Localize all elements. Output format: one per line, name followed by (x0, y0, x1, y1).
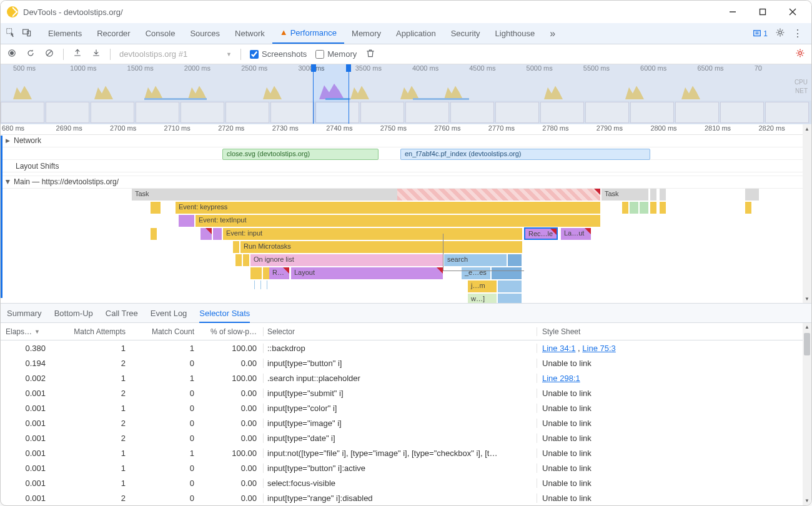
panel-tab-memory[interactable]: Memory (344, 23, 389, 44)
stylesheet-link[interactable]: Line 34:1 (542, 344, 576, 353)
stylesheet-link[interactable]: Line 75:3 (582, 344, 616, 353)
panel-tab-application[interactable]: Application (389, 23, 443, 44)
flame-bar-layout2[interactable]: La…ut (561, 228, 591, 240)
detail-tab-summary[interactable]: Summary (7, 309, 42, 318)
flame-bar[interactable] (213, 228, 222, 240)
scroll-thumb[interactable] (804, 333, 810, 355)
flame-bar-layout[interactable]: Layout (291, 267, 443, 279)
main-track-header[interactable]: ▶Main — https://devtoolstips.org/ (1, 176, 811, 189)
record-button[interactable] (7, 48, 17, 60)
screenshots-checkbox[interactable] (250, 50, 259, 59)
flame-bar[interactable] (179, 215, 194, 227)
table-row[interactable]: 0.001100.00input[type="button" i]:active… (1, 460, 811, 475)
flame-bar[interactable] (151, 228, 157, 240)
panel-tab-security[interactable]: Security (443, 23, 488, 44)
table-row[interactable]: 0.001100.00select:focus-visibleUnable to… (1, 475, 811, 490)
panel-tab-lighthouse[interactable]: Lighthouse (488, 23, 543, 44)
flame-bar[interactable] (650, 189, 656, 201)
flame-bar[interactable] (151, 202, 161, 214)
flame-bar-textinput[interactable]: Event: textInput (196, 215, 600, 227)
flame-bar[interactable] (745, 189, 759, 201)
flame-bar-task-long[interactable] (397, 189, 600, 201)
garbage-collect-icon[interactable] (365, 48, 375, 60)
panel-tab-recorder[interactable]: Recorder (89, 23, 137, 44)
table-row[interactable]: 0.38011100.00::backdropLine 34:1 , Line … (1, 340, 811, 355)
overview-selection[interactable] (313, 64, 349, 124)
scroll-down-icon[interactable]: ▼ (803, 497, 811, 505)
clear-button[interactable] (44, 48, 54, 60)
table-row[interactable]: 0.00111100.00input:not([type="file" i], … (1, 445, 811, 460)
flame-bar[interactable] (745, 202, 751, 214)
minimize-button[interactable] (726, 6, 739, 18)
stylesheet-link[interactable]: Line 298:1 (542, 374, 580, 383)
col-selector[interactable]: Selector (263, 327, 537, 336)
flame-chart-area[interactable]: 680 ms2690 ms2700 ms2710 ms2720 ms2730 m… (1, 124, 811, 303)
flame-bar[interactable] (201, 228, 212, 240)
issues-icon[interactable]: 1 (753, 29, 768, 38)
panel-tab-performance[interactable]: ▲Performance (272, 23, 344, 44)
memory-checkbox[interactable] (315, 50, 324, 59)
col-attempts[interactable]: Match Attempts (51, 327, 132, 336)
flame-bar[interactable] (630, 202, 638, 214)
inspect-element-icon[interactable] (6, 27, 16, 39)
flame-bar-r[interactable]: R… (269, 267, 289, 279)
table-row[interactable]: 0.001200.00input[type="date" i]Unable to… (1, 430, 811, 445)
download-profile-icon[interactable] (91, 48, 101, 60)
flame-bar[interactable] (498, 280, 522, 292)
upload-profile-icon[interactable] (72, 48, 82, 60)
flame-bar[interactable] (622, 202, 628, 214)
scroll-up-icon[interactable]: ▲ (803, 323, 811, 332)
settings-gear-icon[interactable] (775, 27, 785, 39)
flame-bar[interactable] (640, 202, 648, 214)
detail-tab-selector-stats[interactable]: Selector Stats (199, 309, 250, 323)
panel-tab-console[interactable]: Console (138, 23, 183, 44)
scroll-down-icon[interactable]: ▼ (803, 294, 811, 303)
panel-tab-sources[interactable]: Sources (182, 23, 227, 44)
flame-bar-wj[interactable]: w…] (468, 294, 497, 303)
flame-bar-keypress[interactable]: Event: keypress (176, 202, 600, 214)
close-button[interactable] (786, 6, 799, 18)
network-track-header[interactable]: ▶Network (1, 135, 811, 147)
flame-bar[interactable] (660, 189, 666, 201)
table-row[interactable]: 0.001200.00input[type="range" i]:disable… (1, 490, 811, 505)
detail-tab-call-tree[interactable]: Call Tree (106, 309, 138, 318)
flame-bar[interactable] (235, 254, 242, 266)
flame-bar-ignore-list[interactable]: On ignore list (250, 254, 443, 266)
flame-bar[interactable] (660, 202, 666, 214)
main-flame-chart[interactable]: Task Task Event: keypress Event: textInp… (1, 189, 811, 303)
table-row[interactable]: 0.001100.00input[type="color" i]Unable t… (1, 400, 811, 415)
recording-selector[interactable]: devtoolstips.org #1 ▼ (119, 49, 232, 59)
detail-tab-bottom-up[interactable]: Bottom-Up (54, 309, 93, 318)
col-count[interactable]: Match Count (132, 327, 201, 336)
flame-bar[interactable] (243, 254, 249, 266)
flame-bar-task[interactable]: Task (602, 189, 648, 201)
col-slow[interactable]: % of slow-p… (201, 327, 263, 336)
flame-bar[interactable] (255, 267, 262, 279)
timeline-overview[interactable]: 500 ms1000 ms1500 ms2000 ms2500 ms3000 m… (1, 64, 811, 124)
detail-tab-event-log[interactable]: Event Log (151, 309, 187, 318)
col-elapsed[interactable]: Elaps…▼ (1, 327, 51, 336)
flame-scrollbar[interactable]: ▲ ▼ (803, 124, 811, 303)
flame-bar[interactable] (498, 294, 522, 303)
flame-bar[interactable] (233, 241, 239, 253)
table-row[interactable]: 0.194200.00input[type="button" i]Unable … (1, 355, 811, 370)
table-row[interactable]: 0.001200.00input[type="image" i]Unable t… (1, 415, 811, 430)
flame-bar-task[interactable]: Task (132, 189, 397, 201)
table-row[interactable]: 0.00211100.00.search input::placeholderL… (1, 370, 811, 385)
flame-bar[interactable] (650, 202, 656, 214)
col-sheet[interactable]: Style Sheet (537, 327, 811, 336)
network-request-b[interactable]: en_f7abf4c.pf_index (devtoolstips.org) (400, 149, 650, 160)
table-scrollbar[interactable]: ▲ ▼ (803, 323, 811, 505)
panel-tab-network[interactable]: Network (227, 23, 272, 44)
flame-bar-jm[interactable]: j…m (468, 280, 497, 292)
more-menu-icon[interactable]: ⋮ (793, 27, 803, 39)
panel-tab-elements[interactable]: Elements (41, 23, 89, 44)
scroll-up-icon[interactable]: ▲ (803, 124, 811, 133)
flame-bar[interactable] (263, 267, 269, 279)
device-toolbar-icon[interactable] (22, 27, 32, 39)
layout-shifts-track-header[interactable]: Layout Shifts (1, 160, 811, 172)
network-request-a[interactable]: close.svg (devtoolstips.org) (222, 149, 379, 160)
table-row[interactable]: 0.001200.00input[type="submit" i]Unable … (1, 385, 811, 400)
more-tabs-icon[interactable]: » (545, 28, 560, 39)
reload-record-button[interactable] (26, 48, 36, 60)
